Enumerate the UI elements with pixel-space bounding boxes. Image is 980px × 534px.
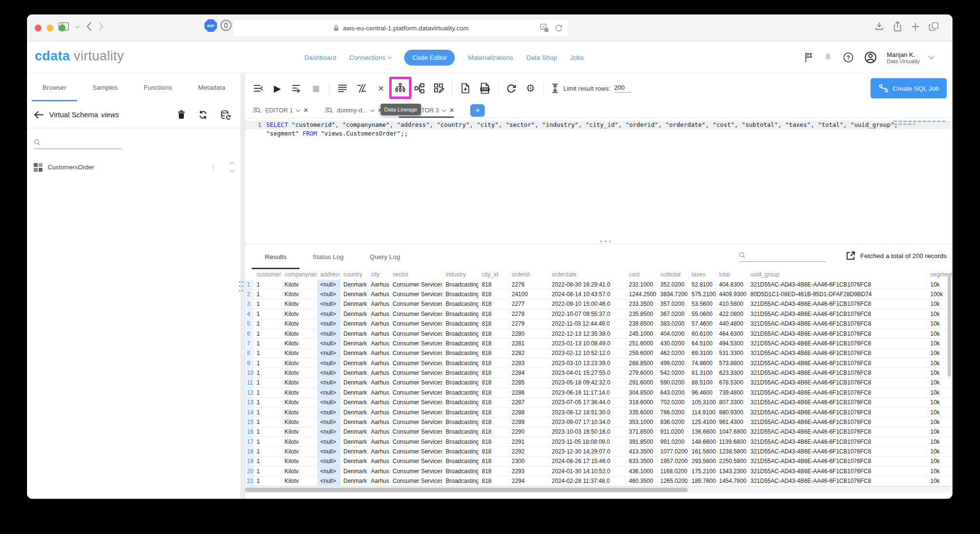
new-file-button[interactable] — [459, 82, 472, 95]
edit-view-button[interactable] — [433, 82, 445, 95]
stop-query-button[interactable]: ■ — [310, 82, 322, 95]
adblock-extension-icon[interactable]: ABP — [204, 19, 217, 32]
table-row[interactable]: 91Kilotv<null>DenmarkAarhusConsumer Serv… — [245, 358, 953, 368]
table-row[interactable]: 151Kilotv<null>DenmarkAarhusConsumer Ser… — [245, 417, 953, 427]
delete-schema-icon[interactable] — [177, 110, 186, 120]
run-query-button[interactable]: ▶ — [271, 82, 284, 95]
reload-metadata-icon[interactable] — [220, 110, 231, 120]
downloads-icon[interactable] — [874, 22, 884, 31]
results-tab-status-log[interactable]: Status Log — [299, 244, 357, 269]
share-icon[interactable] — [893, 21, 902, 32]
sql-editor[interactable]: 1 SELECT "customerid", "companyname", "a… — [245, 118, 953, 244]
editor-tab-1[interactable]: EDITOR 1 × — [253, 103, 308, 118]
minimize-window-button[interactable] — [47, 25, 54, 31]
table-row[interactable]: 191Kilotv<null>DenmarkAarhusConsumer Ser… — [245, 457, 953, 466]
tab-menu-chevron-icon[interactable] — [442, 108, 446, 111]
translate-icon[interactable]: A — [540, 24, 549, 32]
tab-menu-chevron-icon[interactable] — [370, 108, 374, 111]
sidebar-tab-functions[interactable]: Functions — [133, 73, 183, 101]
refresh-results-button[interactable] — [505, 82, 517, 95]
table-row[interactable]: 21Kilotv<null>DenmarkAarhusConsumer Serv… — [245, 289, 953, 299]
limit-rows-input[interactable] — [614, 84, 632, 93]
nav-materializations[interactable]: Materializations — [468, 54, 513, 61]
results-tab-results[interactable]: Results — [252, 244, 299, 269]
back-icon[interactable] — [86, 22, 92, 31]
user-menu-chevron-icon[interactable] — [928, 54, 934, 59]
run-selection-button[interactable] — [290, 82, 303, 95]
tab-overview-chevron-icon[interactable] — [76, 24, 80, 27]
toggle-comment-button[interactable] — [355, 82, 368, 95]
item-sort-toggle[interactable] — [231, 163, 234, 172]
help-icon[interactable]: ? — [843, 52, 854, 63]
address-bar[interactable]: aws-eu-central-1.platform.datavirtuality… — [232, 19, 569, 37]
avatar[interactable] — [864, 51, 877, 64]
sidebar-tab-browser[interactable]: Browser — [32, 73, 77, 101]
dependency-tree-button[interactable] — [413, 82, 426, 95]
notifications-bell-icon[interactable] — [823, 52, 833, 63]
cell-uuid_group: 321D55AC-AD43-4B6E-AA46-6F1CB1076FC8 — [748, 477, 927, 486]
vertical-scrollbar-thumb[interactable] — [948, 273, 951, 377]
horizontal-scrollbar[interactable] — [245, 486, 953, 493]
table-row[interactable]: 131Kilotv<null>DenmarkAarhusConsumer Ser… — [245, 398, 953, 408]
horizontal-scrollbar-thumb[interactable] — [245, 488, 688, 492]
nav-connections[interactable]: Connections — [349, 54, 391, 61]
tab-overview-icon[interactable] — [928, 22, 939, 31]
create-sql-job-button[interactable]: Create SQL Job — [871, 78, 947, 98]
table-row[interactable]: 181Kilotv<null>DenmarkAarhusConsumer Ser… — [245, 447, 953, 456]
table-row[interactable]: 111Kilotv<null>DenmarkAarhusConsumer Ser… — [245, 378, 953, 388]
reload-icon[interactable] — [555, 24, 563, 32]
editor-tab-2[interactable]: dummy-d... × — [325, 103, 382, 118]
app-logo[interactable]: cdata virtuality — [35, 49, 124, 64]
table-row[interactable]: 171Kilotv<null>DenmarkAarhusConsumer Ser… — [245, 437, 953, 447]
cell-segment: 10k — [927, 457, 953, 466]
splitter-drag-handle-icon[interactable] — [238, 280, 244, 294]
table-row[interactable]: 161Kilotv<null>DenmarkAarhusConsumer Ser… — [245, 427, 953, 437]
nav-code-editor[interactable]: Code Editor — [404, 50, 455, 66]
table-row[interactable]: 121Kilotv<null>DenmarkAarhusConsumer Ser… — [245, 388, 953, 397]
table-row[interactable]: 51Kilotv<null>DenmarkAarhusConsumer Serv… — [245, 319, 953, 329]
cell-companyname: Kilotv — [282, 309, 317, 318]
clear-editor-button[interactable]: × — [375, 82, 387, 95]
flag-icon[interactable] — [804, 52, 814, 63]
export-csv-button[interactable]: CSV — [478, 82, 491, 95]
schema-item-customersorder[interactable]: CustomersOrder ⋮ — [27, 163, 241, 172]
back-arrow-icon[interactable] — [34, 111, 43, 119]
sidebar-toggle-icon[interactable] — [58, 21, 69, 32]
table-row[interactable]: 141Kilotv<null>DenmarkAarhusConsumer Ser… — [245, 408, 953, 417]
new-editor-tab-button[interactable]: + — [470, 104, 485, 117]
table-row[interactable]: 211Kilotv<null>DenmarkAarhusConsumer Ser… — [245, 477, 953, 486]
table-row[interactable]: 41Kilotv<null>DenmarkAarhusConsumer Serv… — [245, 309, 953, 319]
table-row[interactable]: 81Kilotv<null>DenmarkAarhusConsumer Serv… — [245, 349, 953, 358]
close-window-button[interactable] — [35, 25, 41, 31]
tab-menu-chevron-icon[interactable] — [296, 108, 300, 111]
table-row[interactable]: 31Kilotv<null>DenmarkAarhusConsumer Serv… — [245, 300, 953, 309]
results-tab-query-log[interactable]: Query Log — [357, 244, 413, 269]
panel-resize-handle-icon[interactable] — [599, 240, 612, 243]
format-sql-button[interactable] — [336, 82, 349, 95]
collapse-editor-icon[interactable] — [252, 82, 264, 95]
forward-icon[interactable] — [98, 22, 104, 31]
sidebar-search-input[interactable] — [34, 139, 122, 149]
close-tab-icon[interactable]: × — [449, 107, 454, 114]
sidebar-tab-metadata[interactable]: Metadata — [188, 73, 236, 101]
close-tab-icon[interactable]: × — [303, 107, 308, 114]
nav-data-shop[interactable]: Data Shop — [526, 54, 557, 61]
open-in-new-icon[interactable] — [846, 251, 856, 260]
item-more-menu-icon[interactable]: ⋮ — [210, 163, 217, 172]
nav-jobs[interactable]: Jobs — [570, 54, 584, 61]
nav-dashboard[interactable]: Dashboard — [304, 54, 336, 61]
data-lineage-button[interactable] — [394, 82, 407, 95]
table-row[interactable]: 71Kilotv<null>DenmarkAarhusConsumer Serv… — [245, 339, 953, 348]
cell-uuid_group: 321D55AC-AD43-4B6E-AA46-6F1CB1076FC8 — [748, 300, 927, 309]
sidebar-tab-samples[interactable]: Samples — [82, 73, 129, 101]
table-row[interactable]: 101Kilotv<null>DenmarkAarhusConsumer Ser… — [245, 368, 953, 378]
table-row[interactable]: 61Kilotv<null>DenmarkAarhusConsumer Serv… — [245, 329, 953, 339]
table-row[interactable]: 201Kilotv<null>DenmarkAarhusConsumer Ser… — [245, 466, 953, 476]
refresh-schema-icon[interactable] — [198, 110, 208, 120]
cell-orderid: 2294 — [509, 477, 549, 486]
new-tab-icon[interactable] — [911, 22, 920, 31]
settings-button[interactable]: ⚙ — [524, 82, 537, 95]
results-search-input[interactable] — [739, 252, 826, 262]
password-manager-extension-icon[interactable] — [220, 20, 231, 31]
table-row[interactable]: 11Kilotv<null>DenmarkAarhusConsumer Serv… — [245, 280, 953, 289]
